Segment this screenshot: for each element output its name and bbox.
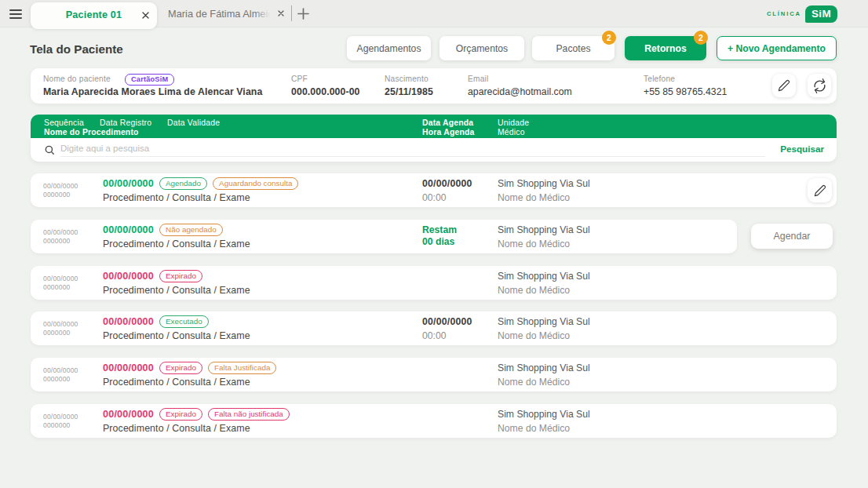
row-register-date: 00/00/0000 — [103, 362, 154, 373]
col-nome-procedimento: Nome do Procedimento — [44, 128, 139, 137]
row-agenda-date: 00/00/0000 — [422, 316, 472, 327]
pencil-icon — [814, 184, 826, 197]
row-procedure-name: Procedimento / Consulta / Exame — [103, 423, 250, 434]
close-icon[interactable] — [140, 10, 151, 20]
status-badge: Falta Justificada — [208, 362, 276, 374]
row-agenda-date: 00/00/0000 — [422, 178, 472, 189]
status-badge: Executado — [159, 315, 209, 328]
edit-patient-button[interactable] — [772, 74, 796, 97]
novo-agendamento-button[interactable]: + Novo Agendamento — [717, 36, 837, 60]
row-unit: Sim Shopping Via Sul — [498, 178, 590, 189]
retornos-button[interactable]: Retornos 2 — [625, 36, 706, 60]
app: Paciente 01 Maria de Fátima Almeid CLÍNI… — [0, 0, 868, 488]
patient-name: Maria Aparecida Moraes Lima de Alencar V… — [43, 86, 262, 97]
col-data-validade: Data Validade — [167, 118, 220, 127]
row-sequence: 00/00/00000000000 — [43, 228, 78, 246]
table-header: Sequência Data Registro Data Validade Da… — [31, 115, 837, 138]
col-unidade: Unidade — [498, 118, 529, 127]
row-procedure-name: Procedimento / Consulta / Exame — [103, 377, 250, 388]
status-badge: Falta não justificada — [208, 408, 290, 421]
pacotes-button[interactable]: Pacotes 2 — [532, 36, 615, 60]
pencil-icon — [778, 79, 790, 92]
table-row: 00/00/0000000000000/00/0000ExecutadoProc… — [31, 311, 837, 345]
col-hora-agenda: Hora Agenda — [422, 128, 474, 137]
tab-divider — [291, 5, 292, 21]
search-icon — [44, 144, 55, 155]
refresh-patient-button[interactable] — [808, 74, 831, 97]
agendamentos-button[interactable]: Agendamentos — [347, 36, 431, 60]
cpf-label: CPF — [291, 75, 308, 83]
email-label: Email — [468, 75, 488, 83]
phone-value: +55 85 98765.4321 — [644, 86, 727, 97]
status-badge: Não agendado — [159, 224, 223, 236]
phone-label: Telefone — [644, 75, 675, 83]
row-sequence: 00/00/00000000000 — [43, 275, 78, 292]
new-tab-plus-icon[interactable] — [297, 7, 310, 20]
logo-clinic-text: CLÍNICA — [767, 10, 801, 17]
row-unit: Sim Shopping Via Sul — [498, 316, 590, 327]
retornos-count-badge: 2 — [694, 31, 708, 45]
row-register-date: 00/00/0000 — [103, 178, 154, 189]
row-sequence: 00/00/00000000000 — [43, 320, 78, 337]
row-doctor: Nome do Médico — [498, 192, 570, 203]
birthdate-label: Nascimento — [385, 75, 429, 83]
refresh-icon — [810, 76, 828, 94]
row-doctor: Nome do Médico — [498, 239, 570, 249]
row-doctor: Nome do Médico — [498, 423, 570, 434]
row-agenda-time: 00:00 — [422, 330, 447, 341]
table-row: 00/00/0000000000000/00/0000ExpiradoProce… — [31, 266, 837, 300]
row-procedure-name: Procedimento / Consulta / Exame — [103, 239, 250, 249]
row-sequence: 00/00/00000000000 — [43, 182, 78, 199]
row-doctor: Nome do Médico — [498, 330, 570, 341]
logo-sim-box: SiM — [805, 5, 837, 23]
row-unit: Sim Shopping Via Sul — [498, 362, 590, 373]
row-days-remaining: Restam00 dias — [422, 224, 457, 247]
page-title: Tela do Paciente — [30, 42, 123, 56]
row-doctor: Nome do Médico — [498, 285, 570, 296]
cartao-sim-badge: CartãoSiM — [125, 74, 174, 86]
patient-info-card: Nome do paciente CartãoSiM Maria Apareci… — [31, 68, 837, 104]
row-unit: Sim Shopping Via Sul — [498, 409, 590, 420]
top-bar: Paciente 01 Maria de Fátima Almeid CLÍNI… — [0, 0, 868, 27]
row-agenda-time: 00:00 — [422, 192, 447, 203]
row-procedure-name: Procedimento / Consulta / Exame — [103, 192, 250, 203]
agendar-button[interactable]: Agendar — [751, 224, 833, 249]
row-register-date: 00/00/0000 — [103, 409, 154, 420]
table-row: 00/00/0000000000000/00/0000Não agendadoP… — [31, 220, 737, 253]
tab-maria-label[interactable]: Maria de Fátima Almeid — [168, 8, 273, 20]
table-row: 00/00/0000000000000/00/0000ExpiradoFalta… — [31, 358, 837, 391]
row-register-date: 00/00/0000 — [103, 316, 154, 327]
col-data-registro: Data Registro — [100, 118, 151, 127]
patient-name-label: Nome do paciente — [43, 75, 111, 83]
logo-sim-text: SiM — [811, 8, 831, 20]
col-sequencia: Sequência — [44, 118, 84, 127]
search-input[interactable] — [60, 140, 765, 157]
pacotes-count-badge: 2 — [602, 31, 616, 45]
status-badge: Agendado — [159, 177, 207, 190]
table-row: 00/00/0000000000000/00/0000ExpiradoFalta… — [31, 404, 837, 438]
row-procedure-name: Procedimento / Consulta / Exame — [103, 285, 250, 296]
table-row: 00/00/0000000000000/00/0000AgendadoAguar… — [31, 173, 837, 207]
status-badge: Expirado — [159, 408, 202, 421]
row-procedure-name: Procedimento / Consulta / Exame — [103, 330, 250, 341]
edit-row-button[interactable] — [808, 178, 832, 202]
tab-paciente-01[interactable]: Paciente 01 — [31, 2, 157, 29]
birthdate-value: 25/11/1985 — [385, 86, 433, 97]
row-sequence: 00/00/00000000000 — [43, 366, 78, 384]
cpf-value: 000.000.000-00 — [291, 86, 360, 97]
row-register-date: 00/00/0000 — [103, 224, 154, 235]
orcamentos-button[interactable]: Orçamentos — [439, 36, 524, 60]
status-badge: Expirado — [159, 362, 202, 374]
col-medico: Médico — [498, 128, 525, 137]
table-search-bar: Pesquisar — [31, 138, 837, 162]
email-value: aparecida@hotmail.com — [468, 86, 572, 97]
status-badge: Aguardando consulta — [213, 177, 298, 190]
close-icon[interactable] — [276, 9, 286, 18]
pesquisar-button[interactable]: Pesquisar — [780, 144, 824, 154]
col-data-agenda: Data Agenda — [422, 118, 473, 127]
row-unit: Sim Shopping Via Sul — [498, 224, 590, 235]
status-badge: Expirado — [159, 270, 202, 282]
menu-icon[interactable] — [9, 9, 22, 19]
row-unit: Sim Shopping Via Sul — [498, 271, 590, 282]
row-sequence: 00/00/00000000000 — [43, 413, 78, 430]
